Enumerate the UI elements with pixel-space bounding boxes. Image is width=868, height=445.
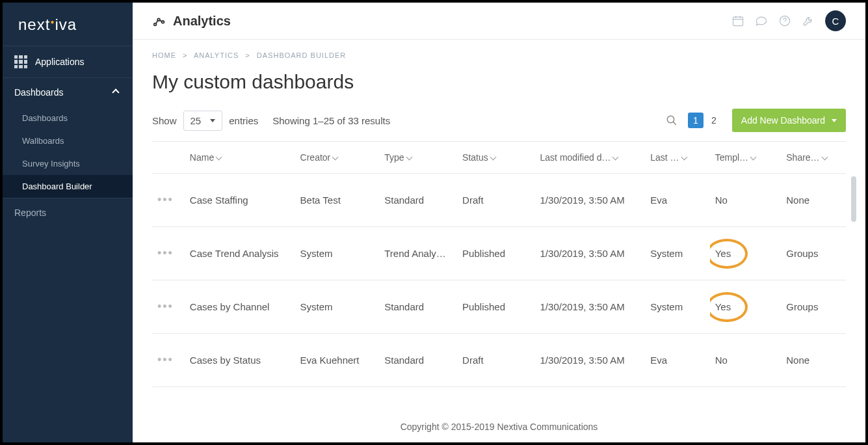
breadcrumb-current: DASHBOARD BUILDER bbox=[257, 51, 346, 59]
page-1-button[interactable]: 1 bbox=[688, 113, 704, 128]
cell-type: Trend Analy… bbox=[379, 227, 457, 280]
scrollbar[interactable] bbox=[851, 176, 856, 222]
user-avatar[interactable]: C bbox=[825, 10, 846, 31]
cell-modified: 1/30/2019, 3:50 AM bbox=[535, 174, 646, 227]
cell-name: Case Staffing bbox=[185, 174, 295, 227]
col-header-template[interactable]: Templ… bbox=[710, 142, 782, 174]
wrench-icon[interactable] bbox=[802, 14, 815, 27]
cell-creator: Eva Kuehnert bbox=[295, 334, 380, 387]
cell-name: Case Trend Analysis bbox=[185, 227, 295, 280]
sort-icon bbox=[332, 154, 339, 161]
cell-template: No bbox=[710, 174, 782, 227]
cell-modified: 1/30/2019, 3:50 AM bbox=[535, 334, 646, 387]
sidebar-item-wallboards[interactable]: Wallboards bbox=[3, 129, 133, 152]
cell-shared: Groups bbox=[781, 227, 846, 280]
cell-status: Published bbox=[457, 280, 534, 334]
row-actions-icon[interactable]: ••• bbox=[157, 193, 174, 206]
cell-name: Cases by Status bbox=[185, 334, 295, 387]
footer-copyright: Copyright © 2015-2019 Nextiva Communicat… bbox=[133, 411, 865, 442]
cell-template: Yes bbox=[710, 280, 782, 334]
cell-shared: None bbox=[781, 334, 846, 387]
col-header-modified[interactable]: Last modified d… bbox=[535, 142, 646, 174]
sort-icon bbox=[490, 154, 496, 161]
apps-grid-icon bbox=[14, 55, 27, 68]
breadcrumb-analytics[interactable]: ANALYTICS bbox=[194, 51, 239, 59]
analytics-icon bbox=[152, 14, 166, 28]
breadcrumb: HOME > ANALYTICS > DASHBOARD BUILDER bbox=[133, 40, 865, 59]
col-header-modified-by[interactable]: Last … bbox=[645, 142, 710, 174]
col-header-type[interactable]: Type bbox=[379, 142, 457, 174]
col-header-name[interactable]: Name bbox=[185, 142, 295, 174]
sort-icon bbox=[612, 154, 619, 161]
controls-bar: Show 25 entries Showing 1–25 of 33 resul… bbox=[133, 109, 865, 141]
row-actions-icon[interactable]: ••• bbox=[157, 353, 174, 366]
sort-icon bbox=[681, 154, 687, 161]
cell-creator: System bbox=[295, 280, 380, 334]
topbar: Analytics C bbox=[133, 3, 865, 40]
sidebar-item-dashboards[interactable]: Dashboards bbox=[3, 107, 133, 129]
cell-shared: None bbox=[781, 174, 846, 227]
cell-status: Draft bbox=[457, 334, 534, 387]
cell-creator: System bbox=[295, 227, 380, 280]
cell-modified: 1/30/2019, 3:50 AM bbox=[535, 227, 646, 280]
pagination: 1 2 bbox=[688, 113, 722, 128]
cell-modified: 1/30/2019, 3:50 AM bbox=[535, 280, 646, 334]
cell-modified-by: Eva bbox=[645, 334, 710, 387]
main-content: Analytics C HOME > ANALYTICS > DASHBOARD… bbox=[133, 3, 865, 442]
cell-modified-by: System bbox=[645, 227, 710, 280]
cell-modified-by: Eva bbox=[645, 174, 710, 227]
table-row[interactable]: •••Case StaffingBeta TestStandardDraft1/… bbox=[152, 174, 846, 227]
entries-select[interactable]: 25 bbox=[183, 111, 223, 131]
cell-creator: Beta Test bbox=[295, 174, 380, 227]
dashboards-table: Name Creator Type Status Last modified d… bbox=[152, 141, 846, 387]
sort-icon bbox=[750, 154, 757, 161]
table-row[interactable]: •••Case Trend AnalysisSystemTrend Analy…… bbox=[152, 227, 846, 280]
caret-down-icon bbox=[210, 119, 215, 122]
sidebar: next●iva Applications Dashboards Dashboa… bbox=[3, 3, 133, 442]
sort-icon bbox=[216, 154, 222, 161]
cell-status: Draft bbox=[457, 174, 534, 227]
results-text: Showing 1–25 of 33 results bbox=[272, 115, 390, 126]
nav-applications[interactable]: Applications bbox=[3, 46, 133, 77]
cell-type: Standard bbox=[379, 334, 457, 387]
page-title: My custom dashboards bbox=[133, 59, 865, 109]
sort-icon bbox=[821, 154, 828, 161]
row-actions-icon[interactable]: ••• bbox=[157, 247, 174, 260]
nav-applications-label: Applications bbox=[35, 57, 85, 67]
breadcrumb-home[interactable]: HOME bbox=[152, 51, 176, 59]
nav-reports[interactable]: Reports bbox=[3, 198, 133, 227]
sidebar-item-survey-insights[interactable]: Survey Insights bbox=[3, 152, 133, 175]
table-row[interactable]: •••Cases by StatusEva KuehnertStandardDr… bbox=[152, 334, 846, 387]
svg-point-5 bbox=[667, 116, 674, 123]
col-header-creator[interactable]: Creator bbox=[295, 142, 380, 174]
cell-shared: Groups bbox=[781, 280, 846, 334]
search-icon[interactable] bbox=[666, 115, 677, 126]
chevron-up-icon bbox=[112, 88, 119, 96]
help-icon[interactable] bbox=[778, 14, 791, 27]
entries-label: entries bbox=[229, 115, 258, 126]
cell-template: Yes bbox=[710, 227, 782, 280]
cell-type: Standard bbox=[379, 280, 457, 334]
col-header-shared[interactable]: Share… bbox=[781, 142, 846, 174]
cell-template: No bbox=[710, 334, 782, 387]
table-row[interactable]: •••Cases by ChannelSystemStandardPublish… bbox=[152, 280, 846, 334]
sidebar-item-dashboard-builder[interactable]: Dashboard Builder bbox=[3, 175, 133, 198]
show-label: Show bbox=[152, 115, 177, 126]
cell-status: Published bbox=[457, 227, 534, 280]
nav-dashboards-header[interactable]: Dashboards bbox=[3, 77, 133, 107]
table-container: Name Creator Type Status Last modified d… bbox=[133, 141, 865, 411]
svg-rect-3 bbox=[733, 17, 743, 25]
col-header-status[interactable]: Status bbox=[457, 142, 534, 174]
page-2-button[interactable]: 2 bbox=[706, 113, 722, 128]
sort-icon bbox=[406, 154, 412, 161]
brand-logo: next●iva bbox=[3, 3, 133, 46]
svg-point-0 bbox=[154, 23, 157, 26]
chat-icon[interactable] bbox=[755, 14, 768, 27]
cell-modified-by: System bbox=[645, 280, 710, 334]
topbar-title: Analytics bbox=[173, 14, 231, 29]
cell-type: Standard bbox=[379, 174, 457, 227]
calendar-icon[interactable] bbox=[731, 14, 744, 27]
row-actions-icon[interactable]: ••• bbox=[157, 300, 174, 313]
add-new-dashboard-button[interactable]: Add New Dashboard bbox=[732, 109, 846, 132]
cell-name: Cases by Channel bbox=[185, 280, 295, 334]
